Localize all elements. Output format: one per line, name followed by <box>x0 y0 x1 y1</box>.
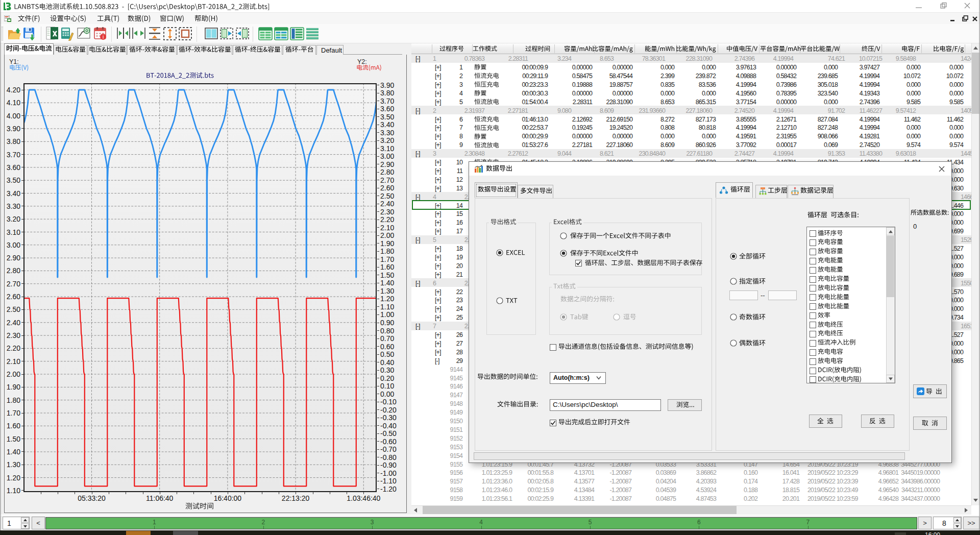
svg-text:i: i <box>103 34 104 40</box>
